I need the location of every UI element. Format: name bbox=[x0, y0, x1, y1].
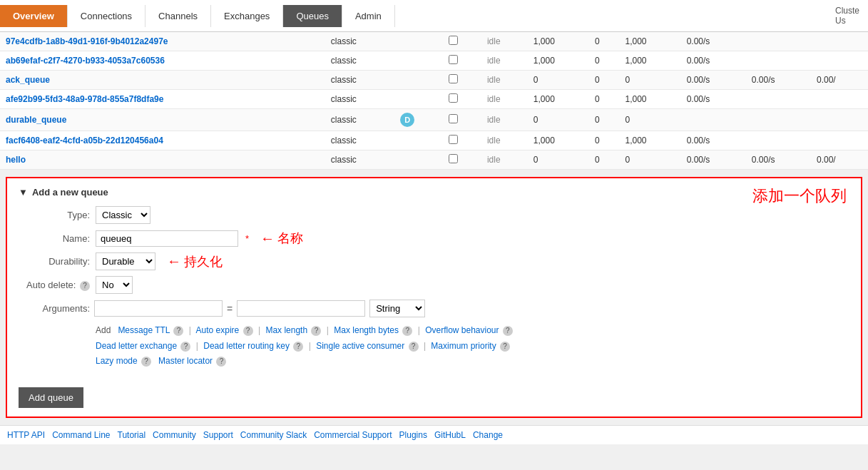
queue-incoming: 0.00/s bbox=[681, 32, 746, 51]
table-row[interactable]: helloclassicidle0000.00/s0.00/s0.00/ bbox=[0, 150, 868, 170]
footer-tutorial[interactable]: Tutorial bbox=[118, 430, 146, 440]
queue-total: 0 bbox=[619, 109, 680, 131]
panel-collapse-arrow[interactable]: ▼ bbox=[19, 187, 28, 198]
footer-support[interactable]: Support bbox=[203, 430, 233, 440]
durability-annotation-text: 持久化 bbox=[184, 253, 223, 270]
maximum-priority-help-icon[interactable]: ? bbox=[500, 342, 510, 352]
queue-deliver: 0.00/s bbox=[746, 150, 811, 170]
queue-type: classic bbox=[325, 71, 394, 90]
master-locator-help-icon[interactable]: ? bbox=[216, 357, 226, 367]
overflow-behaviour-help-icon[interactable]: ? bbox=[503, 326, 513, 336]
help-overflow-behaviour[interactable]: Overflow behaviour bbox=[425, 325, 499, 335]
add-queue-button[interactable]: Add queue bbox=[19, 387, 83, 408]
panel-title-text: Add a new queue bbox=[32, 187, 108, 198]
tab-overview[interactable]: Overview bbox=[0, 5, 68, 27]
queue-durable: D bbox=[394, 109, 442, 131]
queue-unacked: 0 bbox=[589, 131, 619, 150]
queue-name[interactable]: hello bbox=[0, 150, 325, 170]
footer-http-api[interactable]: HTTP API bbox=[7, 430, 45, 440]
table-row[interactable]: ack_queueclassicidle0000.00/s0.00/s0.00/ bbox=[0, 71, 868, 90]
queue-ack bbox=[811, 109, 868, 131]
queue-type: classic bbox=[325, 109, 394, 131]
footer-command-line[interactable]: Command Line bbox=[52, 430, 110, 440]
queue-deliver: 0.00/s bbox=[746, 71, 811, 90]
auto-delete-help[interactable]: ? bbox=[80, 281, 90, 291]
queue-state: idle bbox=[481, 150, 528, 170]
footer-plugins[interactable]: Plugins bbox=[399, 430, 427, 440]
arguments-type-select[interactable]: String Number Boolean List bbox=[369, 300, 425, 317]
auto-delete-row: Auto delete: ? No Yes bbox=[19, 276, 849, 294]
queue-type: classic bbox=[325, 32, 394, 51]
tab-exchanges[interactable]: Exchanges bbox=[211, 5, 283, 27]
help-master-locator[interactable]: Master locator bbox=[158, 356, 213, 366]
queue-durable bbox=[394, 71, 442, 90]
tab-channels[interactable]: Channels bbox=[145, 5, 211, 27]
type-select[interactable]: Classic Quorum bbox=[96, 206, 150, 224]
arguments-label: Arguments: bbox=[19, 303, 90, 314]
auto-expire-help-icon[interactable]: ? bbox=[243, 326, 253, 336]
queue-ready: 0 bbox=[528, 109, 589, 131]
queue-incoming: 0.00/s bbox=[681, 150, 746, 170]
help-single-active-consumer[interactable]: Single active consumer bbox=[316, 341, 404, 351]
arguments-key-input[interactable] bbox=[94, 300, 223, 317]
arguments-value-input[interactable] bbox=[237, 300, 365, 317]
footer-community[interactable]: Community bbox=[153, 430, 196, 440]
footer-community-slack[interactable]: Community Slack bbox=[240, 430, 307, 440]
dead-letter-exchange-help-icon[interactable]: ? bbox=[180, 342, 190, 352]
queue-state: idle bbox=[481, 90, 528, 109]
queue-ready: 0 bbox=[528, 71, 589, 90]
single-active-consumer-help-icon[interactable]: ? bbox=[409, 342, 419, 352]
lazy-mode-help-icon[interactable]: ? bbox=[141, 357, 151, 367]
type-row: Type: Classic Quorum bbox=[19, 206, 849, 224]
help-max-length[interactable]: Max length bbox=[265, 325, 307, 335]
queue-total: 0 bbox=[619, 71, 680, 90]
queue-durable bbox=[394, 32, 442, 51]
footer-change[interactable]: Change bbox=[473, 430, 503, 440]
max-length-bytes-help-icon[interactable]: ? bbox=[402, 326, 412, 336]
durability-select[interactable]: Durable Transient bbox=[96, 252, 155, 270]
tab-connections[interactable]: Connections bbox=[68, 5, 145, 27]
help-max-length-bytes[interactable]: Max length bytes bbox=[334, 325, 399, 335]
queue-total: 1,000 bbox=[619, 51, 680, 71]
help-auto-expire[interactable]: Auto expire bbox=[196, 325, 240, 335]
footer-github[interactable]: GitHubL bbox=[434, 430, 466, 440]
help-lazy-mode[interactable]: Lazy mode bbox=[96, 356, 138, 366]
name-red-arrow: ← bbox=[260, 230, 275, 247]
queue-state: idle bbox=[481, 109, 528, 131]
queue-check bbox=[443, 51, 481, 71]
dead-letter-routing-key-help-icon[interactable]: ? bbox=[293, 342, 303, 352]
queue-name[interactable]: afe92b99-5fd3-48a9-978d-855a7f8dfa9e bbox=[0, 90, 325, 109]
tab-admin[interactable]: Admin bbox=[342, 5, 395, 27]
help-maximum-priority[interactable]: Maximum priority bbox=[431, 341, 496, 351]
help-dead-letter-routing-key[interactable]: Dead letter routing key bbox=[203, 341, 290, 351]
queue-check bbox=[443, 32, 481, 51]
table-row[interactable]: facf6408-eaf2-4cfd-a05b-22d120456a04clas… bbox=[0, 131, 868, 150]
table-row[interactable]: afe92b99-5fd3-48a9-978d-855a7f8dfa9eclas… bbox=[0, 90, 868, 109]
help-links-row3: Lazy mode ? Master locator ? bbox=[96, 354, 849, 369]
queue-state: idle bbox=[481, 51, 528, 71]
queue-durable bbox=[394, 90, 442, 109]
auto-delete-select[interactable]: No Yes bbox=[96, 276, 133, 294]
auto-delete-label: Auto delete: ? bbox=[19, 280, 90, 291]
max-length-help-icon[interactable]: ? bbox=[311, 326, 321, 336]
durability-annotation-group: ← 持久化 bbox=[167, 253, 223, 270]
queue-state: idle bbox=[481, 131, 528, 150]
queue-name[interactable]: ack_queue bbox=[0, 71, 325, 90]
queue-name[interactable]: facf6408-eaf2-4cfd-a05b-22d120456a04 bbox=[0, 131, 325, 150]
queue-name[interactable]: 97e4cdfb-1a8b-49d1-916f-9b4012a2497e bbox=[0, 32, 325, 51]
queue-name[interactable]: durable_queue bbox=[0, 109, 325, 131]
help-message-ttl[interactable]: Message TTL bbox=[118, 325, 170, 335]
queue-check bbox=[443, 131, 481, 150]
table-row[interactable]: ab69efaf-c2f7-4270-b933-4053a7c60536clas… bbox=[0, 51, 868, 71]
name-row: Name: * ← 名称 bbox=[19, 230, 849, 247]
table-row[interactable]: durable_queueclassicDidle000 bbox=[0, 109, 868, 131]
name-input[interactable] bbox=[96, 230, 238, 247]
queue-name[interactable]: ab69efaf-c2f7-4270-b933-4053a7c60536 bbox=[0, 51, 325, 71]
message-ttl-help-icon[interactable]: ? bbox=[173, 326, 183, 336]
chinese-annotation: 添加一个队列 bbox=[752, 185, 847, 207]
tab-queues[interactable]: Queues bbox=[283, 5, 342, 27]
table-row[interactable]: 97e4cdfb-1a8b-49d1-916f-9b4012a2497eclas… bbox=[0, 32, 868, 51]
footer-commercial-support[interactable]: Commercial Support bbox=[314, 430, 392, 440]
durability-label: Durability: bbox=[19, 256, 90, 267]
help-dead-letter-exchange[interactable]: Dead letter exchange bbox=[96, 341, 177, 351]
